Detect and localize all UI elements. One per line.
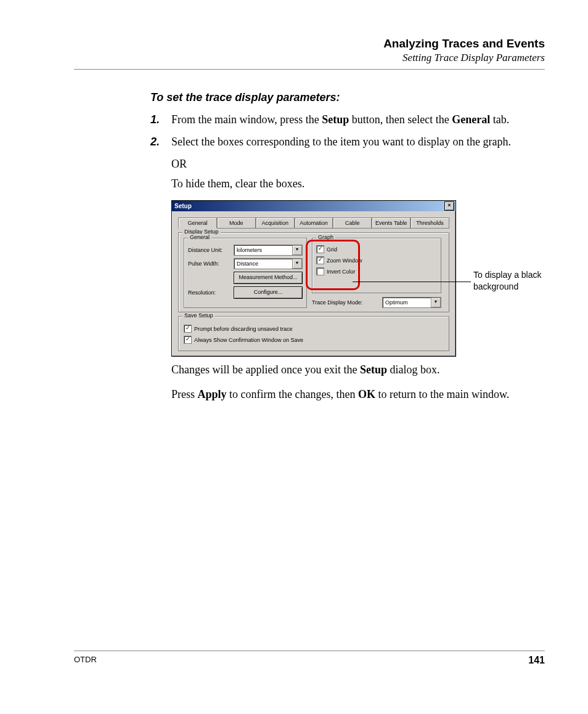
close-icon: × [447, 202, 451, 208]
grid-checkbox[interactable]: ✓ [316, 245, 324, 253]
trace-mode-label: Trace Display Mode: [312, 299, 362, 306]
p2-ok: OK [358, 388, 375, 400]
tab-strip: General Mode Acquisition Automation Cabl… [178, 217, 449, 229]
invert-label: Invert Color [327, 269, 356, 275]
chapter-title: Analyzing Traces and Events [74, 37, 545, 51]
trace-mode-dropdown[interactable]: Optimum ▾ [382, 297, 441, 308]
close-button[interactable]: × [444, 201, 454, 211]
page-footer: OTDR 141 [74, 651, 545, 666]
tab-cable[interactable]: Cable [333, 217, 372, 229]
trace-mode-row: Trace Display Mode: Optimum ▾ [312, 297, 441, 308]
header-rule [74, 69, 545, 70]
zoom-label: Zoom Window [327, 258, 362, 264]
dialog-body: Display Setup General Distance Unit: kil… [178, 232, 449, 351]
p1-c: dialog box. [387, 363, 440, 376]
step-1-body: From the main window, press the Setup bu… [171, 112, 545, 128]
step1-setup: Setup [322, 113, 349, 126]
p1-setup: Setup [360, 363, 387, 376]
page-number: 141 [528, 655, 545, 666]
tab-acquisition[interactable]: Acquisition [256, 217, 295, 229]
callout-line [353, 282, 471, 282]
callout-text: To display a black background [473, 269, 547, 291]
general-subtitle: General [188, 234, 211, 240]
confirm-checkbox[interactable]: ✓ [184, 336, 192, 344]
graph-subtitle: Graph [316, 234, 335, 240]
section-title: Setting Trace Display Parameters [74, 52, 545, 64]
p2-a: Press [171, 388, 198, 400]
p2-e: to return to the main window. [375, 388, 509, 400]
graph-column: Graph ✓ Grid ✓ Zoom Window [312, 238, 441, 308]
p2-apply: Apply [198, 388, 227, 400]
page-header: Analyzing Traces and Events Setting Trac… [74, 37, 545, 70]
invert-checkbox[interactable] [316, 267, 324, 275]
tab-general[interactable]: General [178, 217, 217, 229]
graph-subgroup: Graph ✓ Grid ✓ Zoom Window [312, 238, 441, 293]
confirm-checkbox-row[interactable]: ✓ Always Show Confirmation Window on Sav… [184, 336, 444, 344]
pulse-label: Pulse Width: [188, 261, 234, 267]
step1-text-c: button, then select the [349, 113, 452, 126]
content-area: To set the trace display parameters: 1. … [150, 91, 545, 407]
confirm-label: Always Show Confirmation Window on Save [194, 337, 303, 343]
distance-label: Distance Unit: [188, 247, 234, 253]
changes-paragraph: Changes will be applied once you exit th… [171, 362, 545, 378]
procedure-heading: To set the trace display parameters: [150, 91, 545, 104]
resolution-label: Resolution: [188, 290, 234, 296]
chevron-down-icon: ▾ [292, 259, 302, 269]
press-apply-paragraph: Press Apply to confirm the changes, then… [171, 386, 545, 402]
footer-product: OTDR [74, 655, 97, 666]
general-subgroup: General Distance Unit: kilometers ▾ [184, 238, 307, 308]
step-number: 2. [150, 134, 171, 150]
pulse-row: Pulse Width: Distance ▾ [188, 258, 303, 269]
meas-row: Measurement Method... [188, 272, 303, 284]
window-title: Setup [174, 203, 192, 209]
tab-thresholds[interactable]: Thresholds [410, 217, 449, 229]
step-2-body: Select the boxes corresponding to the it… [171, 134, 545, 150]
invert-checkbox-row[interactable]: Invert Color [316, 267, 437, 275]
display-setup-group: Display Setup General Distance Unit: kil… [178, 232, 449, 312]
prompt-checkbox[interactable]: ✓ [184, 325, 192, 333]
tab-events-table[interactable]: Events Table [372, 217, 410, 229]
measurement-method-button[interactable]: Measurement Method... [234, 272, 303, 284]
distance-row: Distance Unit: kilometers ▾ [188, 245, 303, 256]
save-setup-group: Save Setup ✓ Prompt before discarding un… [178, 316, 449, 351]
prompt-checkbox-row[interactable]: ✓ Prompt before discarding unsaved trace [184, 325, 444, 333]
trace-mode-value: Optimum [385, 299, 408, 306]
distance-value: kilometers [237, 247, 262, 253]
pulse-value: Distance [237, 261, 258, 267]
zoom-checkbox[interactable]: ✓ [316, 256, 324, 264]
step1-text-a: From the main window, press the [171, 113, 322, 126]
chevron-down-icon: ▾ [431, 298, 441, 307]
configure-button[interactable]: Configure... [234, 286, 303, 299]
footer-rule [74, 651, 545, 651]
grid-label: Grid [327, 246, 337, 253]
step1-text-e: tab. [490, 113, 509, 126]
or-text: OR [171, 156, 545, 172]
distance-dropdown[interactable]: kilometers ▾ [234, 245, 303, 256]
step-1: 1. From the main window, press the Setup… [150, 112, 545, 128]
grid-checkbox-row[interactable]: ✓ Grid [316, 245, 437, 253]
embedded-screenshot: Setup × General Mode Acquisition Automat… [171, 200, 545, 353]
step1-general: General [452, 113, 490, 126]
p2-c: to confirm the changes, then [227, 388, 358, 400]
setup-dialog: Setup × General Mode Acquisition Automat… [171, 200, 456, 357]
titlebar: Setup × [172, 201, 455, 211]
resolution-row: Resolution: Configure... [188, 286, 303, 299]
zoom-checkbox-row[interactable]: ✓ Zoom Window [316, 256, 437, 264]
step-number: 1. [150, 112, 171, 128]
p1-a: Changes will be applied once you exit th… [171, 363, 360, 376]
pulse-dropdown[interactable]: Distance ▾ [234, 258, 303, 269]
hide-text: To hide them, clear the boxes. [171, 176, 545, 192]
chevron-down-icon: ▾ [292, 245, 302, 255]
step-2: 2. Select the boxes corresponding to the… [150, 134, 545, 150]
prompt-label: Prompt before discarding unsaved trace [194, 326, 293, 332]
tab-automation[interactable]: Automation [295, 217, 333, 229]
tab-mode[interactable]: Mode [217, 217, 256, 229]
save-setup-title: Save Setup [182, 312, 215, 318]
